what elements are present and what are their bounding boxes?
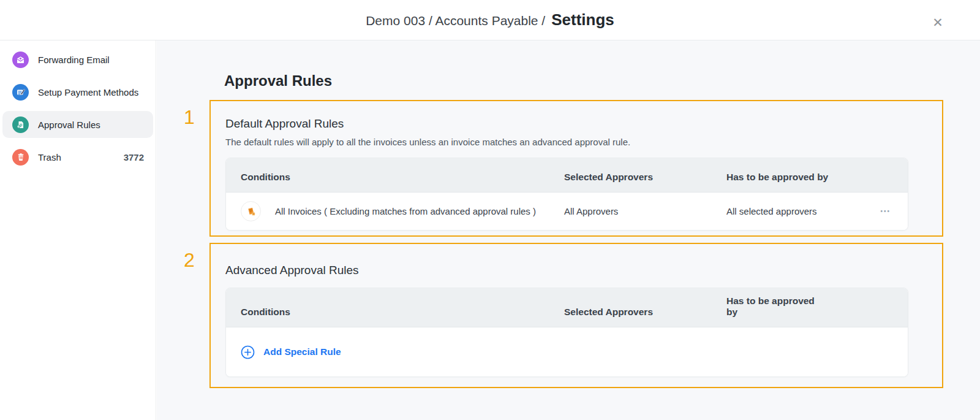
- sidebar-item-forwarding-email[interactable]: Forwarding Email: [2, 46, 153, 73]
- add-special-rule-label: Add Special Rule: [263, 346, 341, 357]
- trash-icon: [12, 149, 29, 166]
- table-row: All Invoices ( Excluding matches from ad…: [226, 193, 908, 230]
- sidebar-item-label: Setup Payment Methods: [38, 87, 138, 97]
- column-header-approved-by: Has to be approved by: [726, 172, 908, 183]
- column-header-conditions: Conditions: [226, 172, 564, 183]
- column-header-selected-approvers: Selected Approvers: [564, 307, 726, 318]
- main-title: Approval Rules: [224, 72, 980, 90]
- page-title: Settings: [551, 10, 614, 29]
- column-header-selected-approvers: Selected Approvers: [564, 172, 726, 183]
- main-content: Approval Rules 1 Default Approval Rules …: [157, 40, 980, 420]
- section-title: Default Approval Rules: [225, 117, 927, 131]
- mail-icon: [12, 52, 29, 68]
- advanced-rules-table: Conditions Selected Approvers Has to be …: [225, 288, 908, 377]
- table-header-row: Conditions Selected Approvers Has to be …: [226, 158, 908, 193]
- sidebar-item-trash[interactable]: Trash 3772: [2, 143, 153, 170]
- section-description: The default rules will apply to all the …: [225, 137, 927, 147]
- default-rules-table: Conditions Selected Approvers Has to be …: [225, 158, 908, 231]
- sidebar-item-label: Trash: [38, 152, 61, 162]
- add-special-rule-button[interactable]: Add Special Rule: [226, 327, 908, 376]
- section-title: Advanced Approval Rules: [225, 264, 927, 277]
- approved-by-cell: All selected approvers •••: [726, 206, 908, 216]
- sidebar-item-label: Approval Rules: [38, 120, 100, 130]
- selected-approvers-cell: All Approvers: [564, 206, 726, 216]
- sidebar: Forwarding Email Setup Payment Methods A…: [0, 40, 156, 420]
- column-header-conditions: Conditions: [226, 307, 564, 318]
- breadcrumb-path: Demo 003 / Accounts Payable /: [366, 13, 545, 28]
- step-number-1: 1: [184, 106, 195, 129]
- settings-window: Demo 003 / Accounts Payable / Settings ✕…: [0, 0, 980, 420]
- payment-methods-icon: [12, 84, 29, 101]
- more-options-icon[interactable]: •••: [880, 208, 891, 215]
- sidebar-item-setup-payment-methods[interactable]: Setup Payment Methods: [2, 78, 153, 105]
- sidebar-item-label: Forwarding Email: [38, 55, 110, 65]
- section-default-approval-rules: 1 Default Approval Rules The default rul…: [209, 100, 943, 237]
- condition-cell: All Invoices ( Excluding matches from ad…: [226, 201, 564, 221]
- approved-by-text: All selected approvers: [726, 206, 817, 216]
- condition-text: All Invoices ( Excluding matches from ad…: [275, 206, 536, 216]
- close-icon[interactable]: ✕: [927, 12, 948, 33]
- section-advanced-approval-rules: 2 Advanced Approval Rules Conditions Sel…: [209, 243, 943, 388]
- step-number-2: 2: [184, 249, 195, 272]
- approval-rules-icon: [12, 116, 29, 133]
- breadcrumb: Demo 003 / Accounts Payable / Settings: [366, 10, 614, 29]
- plus-circle-icon: [241, 345, 255, 359]
- invoice-icon: [241, 201, 261, 221]
- table-header-row: Conditions Selected Approvers Has to be …: [226, 288, 908, 327]
- sidebar-item-approval-rules[interactable]: Approval Rules: [2, 111, 153, 138]
- column-header-approved-by: Has to be approved by: [726, 296, 824, 318]
- header: Demo 003 / Accounts Payable / Settings ✕: [0, 0, 980, 40]
- trash-count-badge: 3772: [124, 152, 144, 162]
